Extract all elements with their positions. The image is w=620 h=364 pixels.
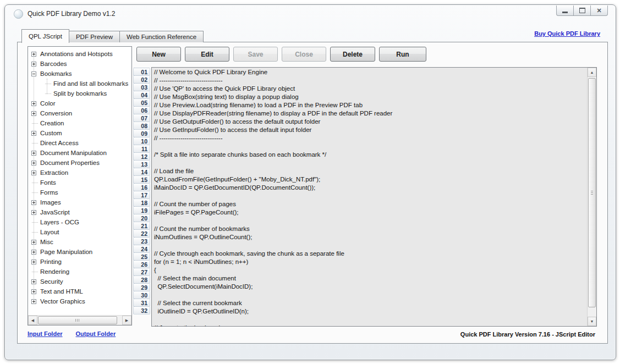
minimize-button[interactable] xyxy=(556,5,574,16)
tree-item-security[interactable]: Security xyxy=(28,277,131,286)
close-button[interactable]: Close xyxy=(282,47,326,62)
code-line: // Use Preview.Load(string filename) to … xyxy=(154,101,586,109)
expand-icon[interactable] xyxy=(31,161,36,166)
version-status-text: Quick PDF Library Version 7.16 - JScript… xyxy=(460,331,595,338)
delete-button[interactable]: Delete xyxy=(330,47,375,62)
tree-item-find-and-list-all-bookmarks[interactable]: Find and list all bookmarks xyxy=(28,79,131,89)
tree-item-page-manipulation[interactable]: Page Manipulation xyxy=(28,247,131,257)
expand-icon[interactable] xyxy=(31,170,36,175)
code-line xyxy=(154,241,586,250)
code-line xyxy=(154,316,586,324)
code-line: // Use 'QP' to access the Quick PDF Libr… xyxy=(154,85,586,93)
tree-item-custom[interactable]: Custom xyxy=(28,128,131,138)
tree-item-label: Document Manipulation xyxy=(40,150,107,156)
tree-item-label: Custom xyxy=(40,130,62,136)
tree-item-misc[interactable]: Misc xyxy=(28,237,131,247)
maximize-button[interactable] xyxy=(573,5,591,16)
expand-icon[interactable] xyxy=(31,200,36,205)
scroll-down-icon[interactable]: ▼ xyxy=(588,317,596,326)
expand-icon[interactable] xyxy=(31,151,36,156)
tree-item-fonts[interactable]: Fonts xyxy=(28,178,131,187)
scrollbar-thumb[interactable] xyxy=(38,316,117,324)
tree-horizontal-scrollbar[interactable]: ◀ ▶ xyxy=(28,315,131,325)
save-button[interactable]: Save xyxy=(233,47,278,62)
code-line: // Use GetOutputFolder() to access the d… xyxy=(154,118,586,126)
line-number: 07 xyxy=(133,114,150,122)
tree-item-bookmarks[interactable]: Bookmarks xyxy=(28,69,131,79)
tree-item-images[interactable]: Images xyxy=(28,197,131,207)
tree-item-creation[interactable]: Creation xyxy=(28,118,131,128)
expand-icon[interactable] xyxy=(31,260,36,264)
tree-item-text-and-html[interactable]: Text and HTML xyxy=(28,286,131,296)
expand-icon[interactable] xyxy=(31,101,36,106)
buy-quick-pdf-library-link[interactable]: Buy Quick PDF Library xyxy=(534,30,600,37)
line-number: 27 xyxy=(133,268,150,276)
tree-item-label: JavaScript xyxy=(40,209,70,216)
new-button[interactable]: New xyxy=(136,47,181,62)
tab-bar: QPL JScriptPDF PreviewWeb Function Refer… xyxy=(21,29,204,42)
code-editor[interactable]: // Welcome to Quick PDF Library Engine//… xyxy=(151,67,597,327)
input-folder-link[interactable]: Input Folder xyxy=(28,330,63,337)
expand-icon[interactable] xyxy=(31,250,36,255)
tree-item-barcodes[interactable]: Barcodes xyxy=(28,59,131,69)
tree-item-label: Split by bookmarks xyxy=(53,90,107,97)
run-button[interactable]: Run xyxy=(379,47,426,62)
close-button[interactable]: ✕ xyxy=(590,5,608,16)
function-tree[interactable]: Annotations and HotspotsBarcodesBookmark… xyxy=(28,47,131,316)
tree-item-layout[interactable]: Layout xyxy=(28,227,131,237)
code-line: // Count the number of bookmarks xyxy=(154,225,586,233)
expand-icon[interactable] xyxy=(31,52,36,57)
tree-item-javascript[interactable]: JavaScript xyxy=(28,207,131,217)
minimize-icon xyxy=(562,12,568,13)
line-number: 19 xyxy=(133,206,150,214)
tree-item-document-properties[interactable]: Document Properties xyxy=(28,158,131,168)
collapse-icon[interactable] xyxy=(31,71,36,76)
code-line: { xyxy=(154,266,586,274)
tree-item-extraction[interactable]: Extraction xyxy=(28,168,131,178)
tree-item-color[interactable]: Color xyxy=(28,98,131,108)
tree-item-annotations-and-hotspots[interactable]: Annotations and Hotspots xyxy=(28,49,131,59)
tree-item-forms[interactable]: Forms xyxy=(28,187,131,197)
scroll-right-icon[interactable]: ▶ xyxy=(122,316,131,325)
expand-icon[interactable] xyxy=(31,289,36,294)
edit-button[interactable]: Edit xyxy=(185,47,229,62)
line-number: 22 xyxy=(133,229,150,238)
expand-icon[interactable] xyxy=(31,131,36,136)
expand-icon[interactable] xyxy=(31,62,36,67)
tree-item-direct-access[interactable]: Direct Access xyxy=(28,138,131,148)
code-content: // Welcome to Quick PDF Library Engine//… xyxy=(154,68,586,327)
tree-item-layers-ocg[interactable]: Layers - OCG xyxy=(28,217,131,227)
line-number: 15 xyxy=(133,175,150,184)
scroll-left-icon[interactable]: ◀ xyxy=(28,316,37,325)
tree-item-rendering[interactable]: Rendering xyxy=(28,267,131,277)
tab-web-function-reference[interactable]: Web Function Reference xyxy=(119,31,204,42)
code-line: for (n = 1; n < iNumOutlines; n++) xyxy=(154,258,586,266)
folder-links: Input Folder Output Folder xyxy=(28,330,116,337)
scrollbar-thumb[interactable] xyxy=(588,78,596,307)
tree-item-conversion[interactable]: Conversion xyxy=(28,108,131,118)
output-folder-link[interactable]: Output Folder xyxy=(76,330,116,337)
tree-item-document-manipulation[interactable]: Document Manipulation xyxy=(28,148,131,158)
tree-item-printing[interactable]: Printing xyxy=(28,257,131,267)
line-number: 25 xyxy=(133,252,150,261)
tab-qpl-jscript[interactable]: QPL JScript xyxy=(21,29,69,43)
line-number: 29 xyxy=(133,283,150,291)
expand-icon[interactable] xyxy=(31,240,36,245)
function-tree-panel: Annotations and HotspotsBarcodesBookmark… xyxy=(28,46,132,326)
tree-item-vector-graphics[interactable]: Vector Graphics xyxy=(28,296,131,306)
tree-item-label: Fonts xyxy=(40,179,56,186)
expand-icon[interactable] xyxy=(31,111,36,116)
tree-item-split-by-bookmarks[interactable]: Split by bookmarks xyxy=(28,89,131,98)
tab-pdf-preview[interactable]: PDF Preview xyxy=(69,31,120,42)
expand-icon[interactable] xyxy=(31,279,36,284)
line-number: 28 xyxy=(133,275,150,284)
editor-vertical-scrollbar[interactable]: ▲ ▼ xyxy=(587,68,596,326)
code-line: // Select the current bookmark xyxy=(154,299,586,307)
tree-item-label: Color xyxy=(40,100,55,107)
expand-icon[interactable] xyxy=(31,210,36,215)
expand-icon[interactable] xyxy=(31,299,36,304)
tree-item-label: Creation xyxy=(40,120,64,126)
scroll-up-icon[interactable]: ▲ xyxy=(588,68,596,77)
tree-item-label: Bookmarks xyxy=(40,70,72,77)
code-line xyxy=(154,192,586,200)
